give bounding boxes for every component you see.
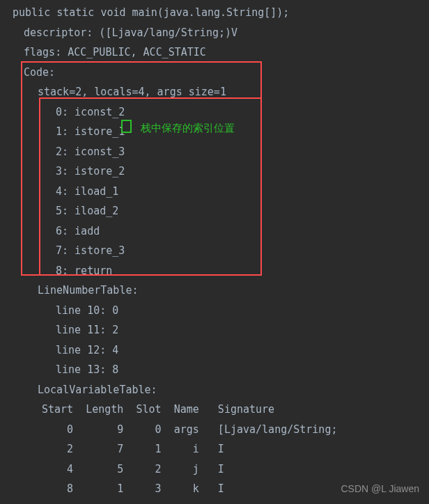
lnt-row: line 10: 0 xyxy=(0,301,429,321)
lnt-row: line 11: 2 xyxy=(0,320,429,340)
bytecode-row: 4: iload_1 xyxy=(0,182,429,202)
line-number-table: line 10: 0line 11: 2line 12: 4line 13: 8 xyxy=(0,301,429,380)
bytecode-row: 2: iconst_3 xyxy=(0,142,429,162)
lvt-row: 4 5 2 j I xyxy=(0,459,429,480)
lnt-row: line 13: 8 xyxy=(0,360,429,380)
lvt-header: LocalVariableTable: xyxy=(0,380,429,400)
descriptor-line: descriptor: ([Ljava/lang/String;)V xyxy=(0,23,429,43)
flags-line: flags: ACC_PUBLIC, ACC_STATIC xyxy=(0,42,429,63)
stack-info: stack=2, locals=4, args_size=1 xyxy=(0,82,429,102)
bytecode-row: 7: istore_3 xyxy=(0,241,429,261)
code-header: Code: xyxy=(0,63,429,83)
bytecode-row: 3: istore_2 xyxy=(0,162,429,182)
lvt-columns: Start Length Slot Name Signature xyxy=(0,400,429,420)
annotation-text: 栈中保存的索引位置 xyxy=(141,118,235,139)
lvt-row: 2 7 1 i I xyxy=(0,439,429,459)
lnt-header: LineNumberTable: xyxy=(0,281,429,301)
watermark: CSDN @L Jiawen xyxy=(341,480,419,498)
bytecode-row: 8: return xyxy=(0,261,429,281)
bytecode-row: 6: iadd xyxy=(0,221,429,242)
lvt-row: 0 9 0 args [Ljava/lang/String; xyxy=(0,420,429,440)
bytecode-row: 5: iload_2 xyxy=(0,201,429,221)
lnt-row: line 12: 4 xyxy=(0,340,429,361)
method-signature: public static void main(java.lang.String… xyxy=(0,3,429,23)
